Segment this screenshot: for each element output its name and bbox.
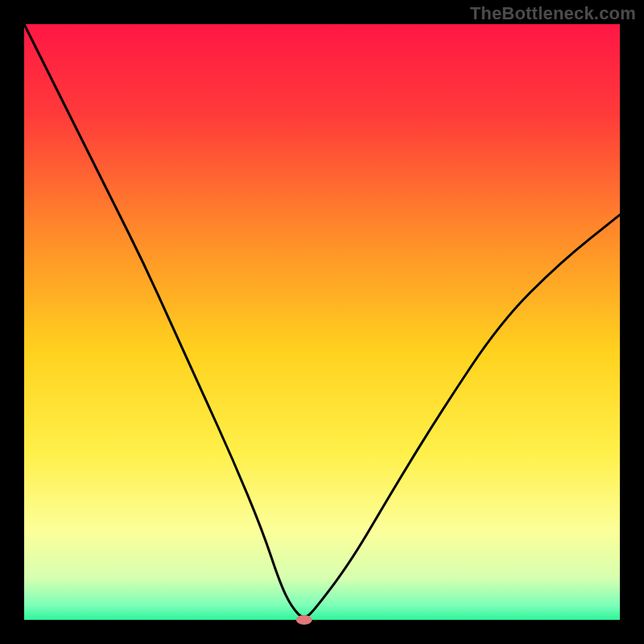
plot-background [24,24,620,620]
chart-frame: TheBottleneck.com [0,0,644,644]
optimum-marker [296,615,312,625]
bottleneck-chart [0,0,644,644]
